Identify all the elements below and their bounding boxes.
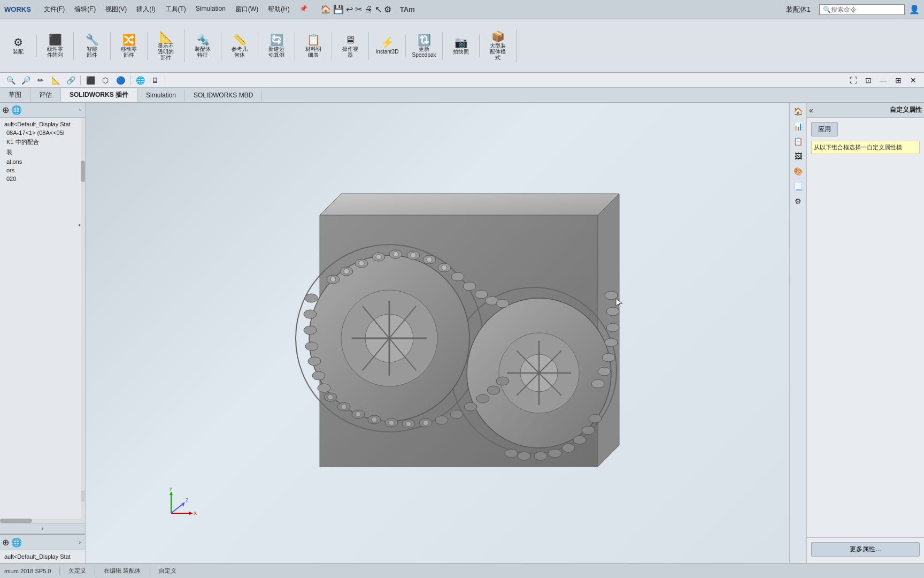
qa-undo[interactable]: ↩	[346, 4, 353, 14]
ri-doc[interactable]: 📋	[792, 135, 805, 148]
toolbar-btn-linear[interactable]: ⬛ 线性零件阵列	[41, 32, 69, 60]
svg-point-27	[451, 272, 464, 281]
qa-home[interactable]: 🏠	[320, 4, 331, 14]
menu-view[interactable]: 视图(V)	[101, 4, 131, 15]
svg-point-52	[505, 449, 518, 458]
ri-list[interactable]: 📃	[792, 180, 805, 193]
right-panel-footer: 更多属性...	[807, 537, 924, 563]
qa-cursor[interactable]: ↖	[375, 4, 382, 14]
scrollbar-thumb[interactable]	[81, 161, 85, 182]
tab-solidworks-plugin[interactable]: SOLIDWORKS 插件	[61, 88, 137, 102]
svg-point-55	[549, 449, 561, 458]
viewport-float[interactable]: ⊞	[892, 74, 905, 87]
toolbar-btn-bom[interactable]: 📋 材料明细表	[299, 32, 327, 60]
horiz-thumb[interactable]	[0, 519, 32, 523]
view-btn-search[interactable]: 🔍	[4, 74, 17, 87]
ri-palette[interactable]: 🎨	[792, 165, 805, 178]
view-btn-globe[interactable]: 🌐	[134, 74, 147, 87]
horiz-scrollbar[interactable]	[0, 519, 81, 523]
ri-chart[interactable]: 📊	[792, 120, 805, 133]
view-btn-display[interactable]: 🖥	[149, 74, 161, 87]
ri-home[interactable]: 🏠	[792, 105, 805, 118]
view-btn-cube[interactable]: ⬛	[84, 74, 97, 87]
viewport-minimize[interactable]: —	[877, 74, 890, 87]
tab-simulation[interactable]: Simulation	[137, 89, 185, 101]
search-icon: 🔍	[823, 6, 831, 13]
panel-item-3[interactable]: 装	[2, 147, 83, 157]
menu-pin[interactable]: 📌	[295, 4, 312, 15]
panel-item-default-stat[interactable]: ault<Default_Display Stat	[2, 120, 83, 128]
svg-point-66	[318, 384, 330, 392]
menu-help[interactable]: 帮助(H)	[264, 4, 294, 15]
ref-icon: 📏	[233, 34, 247, 45]
menu-simulation[interactable]: Simulation	[191, 4, 230, 15]
view-btn-link[interactable]: 🔗	[64, 74, 77, 87]
qa-cut[interactable]: ✂	[355, 4, 362, 14]
toolbar-btn-instant3d[interactable]: ⚡ Instant3D	[373, 35, 401, 57]
toolbar-btn-snapshot[interactable]: 📷 拍快照	[447, 35, 475, 57]
svg-point-72	[411, 253, 416, 258]
status-sep-1	[59, 567, 60, 575]
tab-sketch[interactable]: 草图	[0, 88, 30, 102]
toolbar-btn-smart[interactable]: 🔧 智能部件	[78, 32, 106, 60]
left-panel-bottom-globe[interactable]: 🌐	[11, 537, 22, 547]
left-panel-scrollbar[interactable]	[81, 118, 85, 523]
viewport-restore[interactable]: ⊡	[862, 74, 875, 87]
view-btn-sphere[interactable]: 🔵	[114, 74, 127, 87]
ri-gear[interactable]: ⚙	[792, 195, 805, 208]
panel-item-6[interactable]: 020	[2, 174, 83, 183]
user-icon[interactable]: 👤	[909, 4, 920, 14]
right-panel-apply-btn[interactable]: 应用	[811, 122, 838, 136]
viewport-maximize[interactable]: ⛶	[847, 74, 860, 87]
left-panel-globe-icon[interactable]: 🌐	[11, 105, 22, 115]
right-panel-collapse-icon[interactable]: «	[809, 106, 813, 115]
viewport-close[interactable]: ✕	[907, 74, 920, 87]
view-btn-hex[interactable]: ⬡	[99, 74, 112, 87]
view-btn-measure[interactable]: 📐	[49, 74, 62, 87]
search-box[interactable]: 🔍	[819, 4, 905, 15]
panel-item-2[interactable]: K1 中的配合	[2, 137, 83, 147]
toolbar-btn-large[interactable]: 📦 大型装配体模式	[484, 29, 512, 63]
left-panel-collapse[interactable]: ›	[77, 106, 83, 114]
view-sep-3	[165, 75, 165, 85]
menu-insert[interactable]: 插入(I)	[132, 4, 159, 15]
svg-point-64	[308, 357, 321, 366]
svg-point-31	[496, 299, 509, 308]
menu-tools[interactable]: 工具(T)	[161, 4, 190, 15]
main-area: ⊕ 🌐 › ault<Default_Display Stat ● 08A-17…	[0, 103, 924, 563]
toolbar-btn-display[interactable]: 📐 显示不透明的部件	[152, 29, 180, 63]
panel-item-1[interactable]: 08A-17<1> (08A<<05I	[2, 128, 83, 137]
panel-item-5[interactable]: ors	[2, 166, 83, 174]
qa-settings[interactable]: ⚙	[384, 4, 391, 14]
left-panel-crosshair-icon[interactable]: ⊕	[2, 105, 9, 115]
menu-window[interactable]: 窗口(W)	[231, 4, 263, 15]
svg-point-75	[328, 394, 333, 400]
toolbar-btn-ref[interactable]: 📏 参考几何体	[226, 32, 253, 60]
qa-save[interactable]: 💾	[333, 4, 344, 14]
menu-file[interactable]: 文件(F)	[40, 4, 69, 15]
tab-mbd[interactable]: SOLIDWORKS MBD	[185, 89, 262, 101]
toolbar-btn-viewer[interactable]: 🖥 操作视器	[336, 32, 364, 60]
toolbar-btn-feature[interactable]: 🔩 装配体特征	[189, 32, 217, 60]
panel-item-4[interactable]: ations	[2, 157, 83, 166]
view-btn-edit[interactable]: ✏	[34, 74, 47, 87]
tab-evaluate[interactable]: 评估	[30, 88, 61, 102]
qa-print[interactable]: 🖨	[364, 4, 373, 14]
ri-image[interactable]: 🖼	[792, 150, 805, 163]
search-input[interactable]	[831, 6, 884, 13]
toolbar-btn-move[interactable]: 🔀 移动零部件	[115, 32, 143, 60]
toolbar-btn-motion[interactable]: 🔄 新建运动算例	[263, 32, 290, 60]
menu-edit[interactable]: 编辑(E)	[70, 4, 100, 15]
main-toolbar: ⚙ 装配 ⬛ 线性零件阵列 🔧 智能部件 🔀 移动零部件 📐 显示不透明的部件 …	[0, 19, 924, 73]
svg-point-37	[598, 367, 611, 376]
left-panel-bottom-collapse[interactable]: ›	[77, 538, 83, 546]
more-properties-btn[interactable]: 更多属性...	[811, 542, 920, 557]
toolbar-btn-speedpak[interactable]: 🔃 更新Speedpak	[410, 32, 438, 60]
toolbar-btn-assemble[interactable]: ⚙ 装配	[4, 35, 32, 57]
panel-item-bottom-1[interactable]: ault<Default_Display Stat	[2, 552, 83, 561]
canvas-area[interactable]: X Y Z	[86, 103, 789, 563]
view-btn-zoom[interactable]: 🔎	[19, 74, 32, 87]
large-icon: 📦	[491, 31, 505, 42]
left-panel-bottom-crosshair[interactable]: ⊕	[2, 537, 9, 547]
left-panel-expander[interactable]: ›	[0, 523, 85, 534]
